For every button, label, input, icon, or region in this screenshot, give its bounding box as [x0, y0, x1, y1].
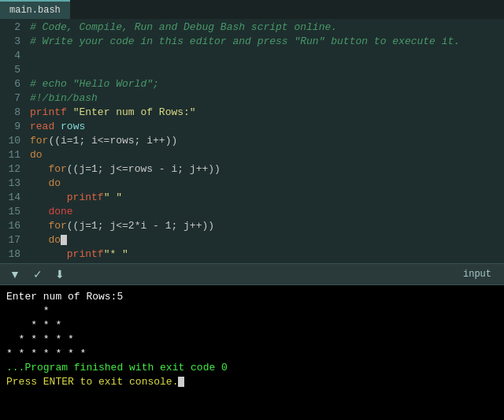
tab-label: main.bash [9, 5, 61, 16]
code-editor[interactable]: 23456789101112131415161718192021 # Code,… [0, 19, 504, 263]
dropdown-button[interactable]: ▼ [6, 266, 24, 282]
tab-bar: main.bash [0, 0, 504, 19]
editor-toolbar: ▼ ✓ ⬇ input [0, 263, 504, 285]
check-button[interactable]: ✓ [30, 266, 46, 282]
line-numbers: 23456789101112131415161718192021 [0, 19, 25, 263]
save-button[interactable]: ⬇ [52, 266, 68, 282]
input-label: input [463, 269, 491, 280]
console-output[interactable]: Enter num of Rows:5 * * * * * * * * * * … [0, 285, 504, 420]
main-tab[interactable]: main.bash [0, 0, 70, 19]
code-content: # Code, Compile, Run and Debug Bash scri… [25, 19, 504, 263]
toolbar-left: ▼ ✓ ⬇ [6, 266, 68, 282]
